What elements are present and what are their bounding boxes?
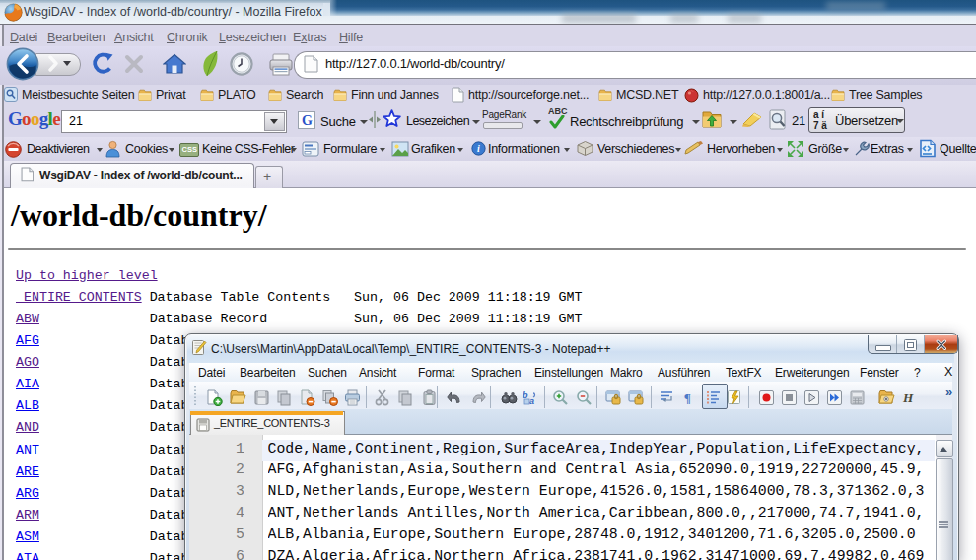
svg-text:H: H [902,390,914,405]
svg-text:¶: ¶ [684,390,691,405]
svg-text:i: i [477,143,480,154]
svg-text:b: b [523,390,528,400]
